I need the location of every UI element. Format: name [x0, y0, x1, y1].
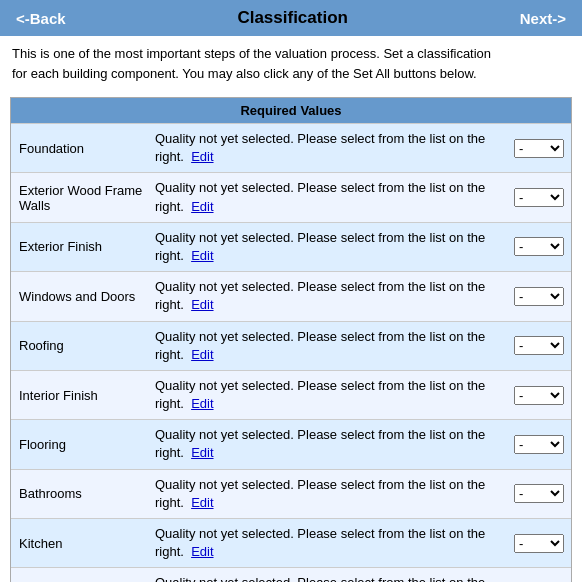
quality-select[interactable]: - Best Good Average Low [514, 386, 564, 405]
intro-line2: for each building component. You may als… [12, 66, 477, 81]
edit-link[interactable]: Edit [191, 297, 213, 312]
edit-link[interactable]: Edit [191, 248, 213, 263]
table-row: Flooring Quality not yet selected. Pleas… [11, 419, 571, 468]
intro-text: This is one of the most important steps … [0, 36, 582, 91]
row-select-container: - Best Good Average Low [512, 184, 567, 211]
edit-link[interactable]: Edit [191, 347, 213, 362]
quality-select[interactable]: - Best Good Average Low [514, 188, 564, 207]
row-label: Kitchen [11, 530, 151, 557]
edit-link[interactable]: Edit [191, 149, 213, 164]
table-row: Exterior Wood Frame Walls Quality not ye… [11, 172, 571, 221]
table-row: Foundation Quality not yet selected. Ple… [11, 123, 571, 172]
quality-select[interactable]: - Best Good Average Low [514, 534, 564, 553]
table-row: Roofing Quality not yet selected. Please… [11, 321, 571, 370]
row-select-container: - Best Good Average Low [512, 431, 567, 458]
row-description: Quality not yet selected. Please select … [151, 223, 512, 271]
required-values-header: Required Values [11, 98, 571, 123]
edit-link[interactable]: Edit [191, 396, 213, 411]
row-label: Windows and Doors [11, 283, 151, 310]
row-description: Quality not yet selected. Please select … [151, 568, 512, 582]
row-label: Bathrooms [11, 480, 151, 507]
row-label: Foundation [11, 135, 151, 162]
row-description: Quality not yet selected. Please select … [151, 519, 512, 567]
quality-select[interactable]: - Best Good Average Low [514, 336, 564, 355]
table-row: Exterior Finish Quality not yet selected… [11, 222, 571, 271]
classification-table: Required Values Foundation Quality not y… [10, 97, 572, 582]
row-select-container: - Best Good Average Low [512, 382, 567, 409]
row-description: Quality not yet selected. Please select … [151, 124, 512, 172]
row-description: Quality not yet selected. Please select … [151, 322, 512, 370]
edit-link[interactable]: Edit [191, 544, 213, 559]
quality-select[interactable]: - Best Good Average Low [514, 484, 564, 503]
table-row: Kitchen Quality not yet selected. Please… [11, 518, 571, 567]
table-row: Plumbing Quality not yet selected. Pleas… [11, 567, 571, 582]
intro-line1: This is one of the most important steps … [12, 46, 491, 61]
row-description: Quality not yet selected. Please select … [151, 272, 512, 320]
edit-link[interactable]: Edit [191, 199, 213, 214]
page-title: Classification [237, 8, 348, 28]
row-label: Flooring [11, 431, 151, 458]
quality-select[interactable]: - Best Good Average Low [514, 237, 564, 256]
row-select-container: - Best Good Average Low [512, 332, 567, 359]
row-select-container: - Best Good Average Low [512, 283, 567, 310]
row-label: Exterior Wood Frame Walls [11, 177, 151, 219]
row-label: Interior Finish [11, 382, 151, 409]
quality-select[interactable]: - Best Good Average Low [514, 287, 564, 306]
row-label: Roofing [11, 332, 151, 359]
row-description: Quality not yet selected. Please select … [151, 470, 512, 518]
table-row: Interior Finish Quality not yet selected… [11, 370, 571, 419]
row-description: Quality not yet selected. Please select … [151, 173, 512, 221]
row-select-container: - Best Good Average Low [512, 135, 567, 162]
next-button[interactable]: Next-> [520, 10, 566, 27]
row-description: Quality not yet selected. Please select … [151, 420, 512, 468]
row-select-container: - Best Good Average Low [512, 480, 567, 507]
quality-select[interactable]: - Best Good Average Low [514, 435, 564, 454]
edit-link[interactable]: Edit [191, 445, 213, 460]
row-description: Quality not yet selected. Please select … [151, 371, 512, 419]
quality-select[interactable]: - Best Good Average Low [514, 139, 564, 158]
back-button[interactable]: <-Back [16, 10, 66, 27]
row-label: Exterior Finish [11, 233, 151, 260]
row-select-container: - Best Good Average Low [512, 233, 567, 260]
row-select-container: - Best Good Average Low [512, 530, 567, 557]
table-row: Bathrooms Quality not yet selected. Plea… [11, 469, 571, 518]
table-row: Windows and Doors Quality not yet select… [11, 271, 571, 320]
page-header: <-Back Classification Next-> [0, 0, 582, 36]
edit-link[interactable]: Edit [191, 495, 213, 510]
